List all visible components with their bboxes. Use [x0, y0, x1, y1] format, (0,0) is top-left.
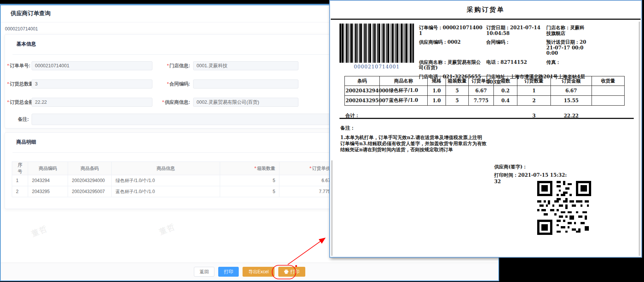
pcell: 2002043294000: [345, 86, 380, 96]
cell-product-code: 2043294: [28, 175, 68, 186]
preview-remark-label: 备注：: [340, 125, 355, 131]
cell-product-info: 蓝色杯子/1.0/个/1.0: [112, 186, 220, 197]
supplier-sign-label: 供应商(签字)：: [494, 163, 569, 170]
store-info-label: *门店信息:: [138, 61, 190, 70]
pcol-received-qty: 收货量: [592, 76, 625, 86]
section-title-basic: 基本信息: [16, 41, 36, 48]
info-order-no: 订单编号：0000210714001: [419, 25, 486, 36]
contract-code-label: *合同编码:: [138, 79, 190, 89]
pcol-barcode: 条码: [345, 76, 380, 86]
cell-product-code: 2043295: [28, 186, 68, 197]
order-no-label: *订单单号:: [7, 61, 29, 70]
pcell: 7.775: [469, 96, 494, 106]
print-with-icon-button[interactable]: 打印: [278, 267, 305, 277]
note-line: 订单编号n3.结账联必须有收货人签字，并加盖收货专用章后方为有效: [340, 141, 487, 147]
info-phone: 电话：82714152: [486, 60, 546, 71]
pcell: 5: [446, 96, 469, 106]
export-excel-button[interactable]: 导出Excel: [243, 267, 274, 277]
pcell: 0.2: [494, 86, 517, 96]
col-header-unit-price: *订货单价: [279, 162, 335, 175]
remark-label: 备注:: [7, 114, 29, 125]
preview-notes: 1.本单为机打单，订单手写无效n2.请在送货单及增值税发票上注明 订单编号n3.…: [340, 135, 487, 153]
pcol-product-name: 商品名称: [380, 76, 428, 86]
cell-seq: 2: [12, 186, 28, 197]
pcell: 2: [517, 96, 551, 106]
required-asterisk: *: [167, 81, 169, 87]
preview-table-row: 2002043295007 蓝色杯子/1.0 1.0 5 7.775 0.4 2…: [345, 96, 625, 106]
cell-box-qty: 5: [220, 186, 279, 197]
info-supplier-code: 供应商编码：0002: [419, 40, 486, 56]
order-barcode-text: 0000210714001: [339, 64, 414, 70]
col-header-box-qty: *箱装数量: [220, 162, 279, 175]
cell-barcode: 2002043295007: [68, 186, 112, 197]
col-header-product-code: 商品编码: [28, 162, 68, 175]
qr-code: [537, 181, 591, 235]
pcell: 6.67: [551, 86, 592, 96]
pcell: 1.0: [428, 86, 446, 96]
cell-barcode: 2002043294000: [68, 175, 112, 186]
pcol-box-qty: 箱装数量: [446, 76, 469, 86]
required-asterisk: *: [7, 100, 9, 105]
cell-unit-price: 7.775: [279, 186, 335, 197]
note-line: 结账凭证n请在到货时间内送货，否则按规定取消订单: [340, 147, 487, 153]
print-preview-dialog: 采购订货单 0000210714001 订单编号：0000210714001 订…: [329, 0, 642, 258]
page-edge-shadow: [331, 160, 333, 256]
order-no-input[interactable]: [32, 61, 152, 70]
store-info-input[interactable]: [193, 61, 298, 70]
pcell: 1.0: [428, 96, 446, 106]
pcol-boxes: 箱数: [494, 76, 517, 86]
pcol-spec: 规格: [428, 76, 446, 86]
info-order-date: 订货日期：2021-07-14 10:04:58: [486, 25, 546, 36]
printer-icon: [284, 269, 289, 274]
pcol-order-amount: 订货金额: [551, 76, 592, 86]
required-asterisk: *: [309, 166, 311, 171]
preview-table-row: 2002043294000 绿色杯子/1.0 1.0 5 6.67 0.2 1 …: [345, 86, 625, 96]
back-button[interactable]: 返回: [194, 267, 214, 277]
cell-unit-price: 6.67: [279, 175, 335, 186]
total-amount-input[interactable]: [32, 98, 152, 107]
contract-code-input[interactable]: [193, 79, 298, 89]
horizontal-rule: [339, 118, 634, 119]
order-barcode: [339, 24, 414, 63]
cell-product-info: 绿色杯子/1.0/个/1.0: [112, 175, 220, 186]
product-table: 序号 商品编码 商品条码 商品信息 *箱装数量 *订货单价 1 2043294 …: [12, 162, 335, 197]
info-supplier-name: 供应商名称：灵蕨贸易有限公司(百货): [419, 60, 486, 71]
watermark: 董哲: [30, 223, 49, 239]
info-expected-delivery-date: 预计送货日期：2021-07-17 00:00:00: [546, 40, 592, 56]
purchase-order-title: 采购订货单: [330, 5, 641, 14]
section-title-products: 商品明细: [16, 139, 36, 146]
supplier-info-input[interactable]: [193, 98, 298, 107]
col-header-product-info: 商品信息: [112, 162, 220, 175]
total-amount-label: *订货总金额:: [7, 98, 29, 107]
col-header-barcode: 商品条码: [68, 162, 112, 175]
horizontal-rule: [331, 19, 641, 20]
print-button[interactable]: 打印: [218, 267, 239, 277]
pcell: 0.4: [494, 96, 517, 106]
footer-action-bar: 返回 打印 导出Excel 打印: [1, 263, 498, 280]
page-edge-shadow: [639, 22, 640, 256]
table-row: 1 2043294 2002043294000 绿色杯子/1.0/个/1.0 5…: [12, 175, 335, 186]
table-header-row: 序号 商品编码 商品条码 商品信息 *箱装数量 *订货单价: [12, 162, 335, 175]
total-qty-input[interactable]: [32, 79, 152, 89]
preview-header-row: 条码 商品名称 规格 箱装数量 订货单价 箱数 订货数量 订货金额 收货量: [345, 76, 625, 86]
supplier-info-label: *供应商信息:: [138, 98, 190, 107]
order-number-breadcrumb: 0000210714001: [5, 26, 38, 32]
required-asterisk: *: [7, 63, 9, 68]
pcell: [592, 96, 625, 106]
info-store-name: 门店名称：灵蕨科技旗舰店: [546, 25, 592, 36]
pcell: 2002043295007: [345, 96, 380, 106]
pcol-order-qty: 订货数量: [517, 76, 551, 86]
cell-box-qty: 5: [220, 175, 279, 186]
required-asterisk: *: [162, 100, 164, 105]
watermark: 董哲: [158, 222, 177, 238]
pcell: 1: [517, 86, 551, 96]
page-title: 供应商订单查询: [11, 10, 51, 17]
required-asterisk: *: [7, 81, 9, 87]
col-header-seq: 序号: [12, 162, 28, 175]
required-asterisk: *: [167, 63, 169, 68]
info-fax: 传真：: [546, 60, 592, 71]
pcell: 6.67: [469, 86, 494, 96]
required-asterisk: *: [254, 166, 256, 171]
total-qty-label: *订货总数量:: [7, 79, 29, 89]
pcell: 5: [446, 86, 469, 96]
